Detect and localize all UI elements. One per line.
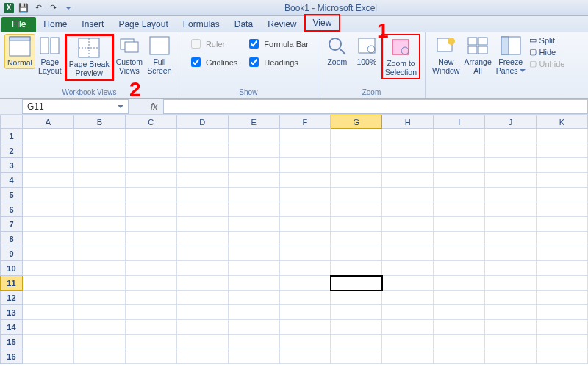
cell-F11[interactable] bbox=[279, 276, 331, 291]
tab-home[interactable]: Home bbox=[36, 17, 74, 32]
cell-E7[interactable] bbox=[228, 217, 279, 232]
cell-I1[interactable] bbox=[434, 129, 485, 143]
tab-formulas[interactable]: Formulas bbox=[176, 17, 227, 32]
cell-E16[interactable] bbox=[228, 349, 279, 364]
fx-label[interactable]: fx bbox=[151, 101, 157, 112]
tab-insert[interactable]: Insert bbox=[74, 17, 111, 32]
row-header-2[interactable]: 2 bbox=[1, 143, 23, 158]
cell-G16[interactable] bbox=[331, 349, 382, 364]
name-box-dropdown-icon[interactable] bbox=[116, 101, 123, 112]
cell-K14[interactable] bbox=[537, 320, 588, 335]
cell-K2[interactable] bbox=[537, 143, 588, 158]
cell-F14[interactable] bbox=[279, 320, 331, 335]
tab-data[interactable]: Data bbox=[227, 17, 260, 32]
cell-K7[interactable] bbox=[537, 217, 588, 232]
cell-G4[interactable] bbox=[331, 173, 382, 188]
cell-C11[interactable] bbox=[125, 276, 176, 291]
cell-K15[interactable] bbox=[537, 335, 588, 349]
col-header-A[interactable]: A bbox=[22, 115, 74, 129]
cell-B4[interactable] bbox=[74, 173, 125, 188]
cell-J15[interactable] bbox=[485, 335, 537, 349]
row-header-15[interactable]: 15 bbox=[1, 335, 23, 349]
custom-views-button[interactable]: Custom Views bbox=[114, 34, 145, 76]
row-header-5[interactable]: 5 bbox=[1, 188, 23, 202]
cell-G6[interactable] bbox=[331, 202, 382, 217]
cell-K4[interactable] bbox=[537, 173, 588, 188]
save-icon[interactable]: 💾 bbox=[18, 2, 29, 14]
cell-D8[interactable] bbox=[176, 232, 228, 246]
cell-B9[interactable] bbox=[74, 246, 125, 261]
row-header-12[interactable]: 12 bbox=[1, 291, 23, 305]
cell-G7[interactable] bbox=[331, 217, 382, 232]
cell-A15[interactable] bbox=[22, 335, 74, 349]
cell-B14[interactable] bbox=[74, 320, 125, 335]
col-header-C[interactable]: C bbox=[125, 115, 176, 129]
cell-K6[interactable] bbox=[537, 202, 588, 217]
cell-C7[interactable] bbox=[125, 217, 176, 232]
cell-C13[interactable] bbox=[125, 305, 176, 320]
col-header-E[interactable]: E bbox=[228, 115, 279, 129]
cell-D12[interactable] bbox=[176, 291, 228, 305]
cell-E3[interactable] bbox=[228, 158, 279, 173]
col-header-K[interactable]: K bbox=[537, 115, 588, 129]
cell-B12[interactable] bbox=[74, 291, 125, 305]
redo-icon[interactable]: ↷ bbox=[47, 2, 59, 14]
cell-J3[interactable] bbox=[485, 158, 537, 173]
row-header-6[interactable]: 6 bbox=[1, 202, 23, 217]
cell-A2[interactable] bbox=[22, 143, 74, 158]
cell-C1[interactable] bbox=[125, 129, 176, 143]
headings-checkbox[interactable]: Headings bbox=[246, 55, 309, 69]
cell-J12[interactable] bbox=[485, 291, 537, 305]
cell-G10[interactable] bbox=[331, 261, 382, 276]
cell-D14[interactable] bbox=[176, 320, 228, 335]
col-header-B[interactable]: B bbox=[74, 115, 125, 129]
cell-C16[interactable] bbox=[125, 349, 176, 364]
cell-B8[interactable] bbox=[74, 232, 125, 246]
cell-F4[interactable] bbox=[279, 173, 331, 188]
cell-I3[interactable] bbox=[434, 158, 485, 173]
freeze-panes-button[interactable]: Freeze Panes bbox=[494, 34, 528, 76]
cell-J11[interactable] bbox=[485, 276, 537, 291]
row-header-4[interactable]: 4 bbox=[1, 173, 23, 188]
cell-D6[interactable] bbox=[176, 202, 228, 217]
cell-H6[interactable] bbox=[382, 202, 434, 217]
cell-H11[interactable] bbox=[382, 276, 434, 291]
cell-D15[interactable] bbox=[176, 335, 228, 349]
cell-B3[interactable] bbox=[74, 158, 125, 173]
cell-H13[interactable] bbox=[382, 305, 434, 320]
cell-B10[interactable] bbox=[74, 261, 125, 276]
tab-review[interactable]: Review bbox=[260, 17, 304, 32]
page-break-preview-button[interactable]: Page Break Preview bbox=[65, 34, 114, 81]
col-header-G[interactable]: G bbox=[331, 115, 382, 129]
cell-C6[interactable] bbox=[125, 202, 176, 217]
cell-J9[interactable] bbox=[485, 246, 537, 261]
cell-J7[interactable] bbox=[485, 217, 537, 232]
cell-F10[interactable] bbox=[279, 261, 331, 276]
cell-A11[interactable] bbox=[22, 276, 74, 291]
cell-G1[interactable] bbox=[331, 129, 382, 143]
cell-H14[interactable] bbox=[382, 320, 434, 335]
zoom-button[interactable]: Zoom bbox=[323, 34, 352, 68]
cell-C15[interactable] bbox=[125, 335, 176, 349]
cell-I9[interactable] bbox=[434, 246, 485, 261]
cell-K3[interactable] bbox=[537, 158, 588, 173]
cell-K13[interactable] bbox=[537, 305, 588, 320]
cell-A9[interactable] bbox=[22, 246, 74, 261]
cell-A7[interactable] bbox=[22, 217, 74, 232]
cell-A5[interactable] bbox=[22, 188, 74, 202]
cell-E15[interactable] bbox=[228, 335, 279, 349]
cell-J4[interactable] bbox=[485, 173, 537, 188]
cell-J13[interactable] bbox=[485, 305, 537, 320]
cell-C3[interactable] bbox=[125, 158, 176, 173]
cell-I4[interactable] bbox=[434, 173, 485, 188]
cell-D7[interactable] bbox=[176, 217, 228, 232]
cell-D13[interactable] bbox=[176, 305, 228, 320]
cell-J1[interactable] bbox=[485, 129, 537, 143]
cell-I15[interactable] bbox=[434, 335, 485, 349]
cell-A12[interactable] bbox=[22, 291, 74, 305]
row-header-14[interactable]: 14 bbox=[1, 320, 23, 335]
cell-E8[interactable] bbox=[228, 232, 279, 246]
cell-F3[interactable] bbox=[279, 158, 331, 173]
cell-C9[interactable] bbox=[125, 246, 176, 261]
formula-bar-checkbox[interactable]: Formula Bar bbox=[246, 37, 309, 51]
